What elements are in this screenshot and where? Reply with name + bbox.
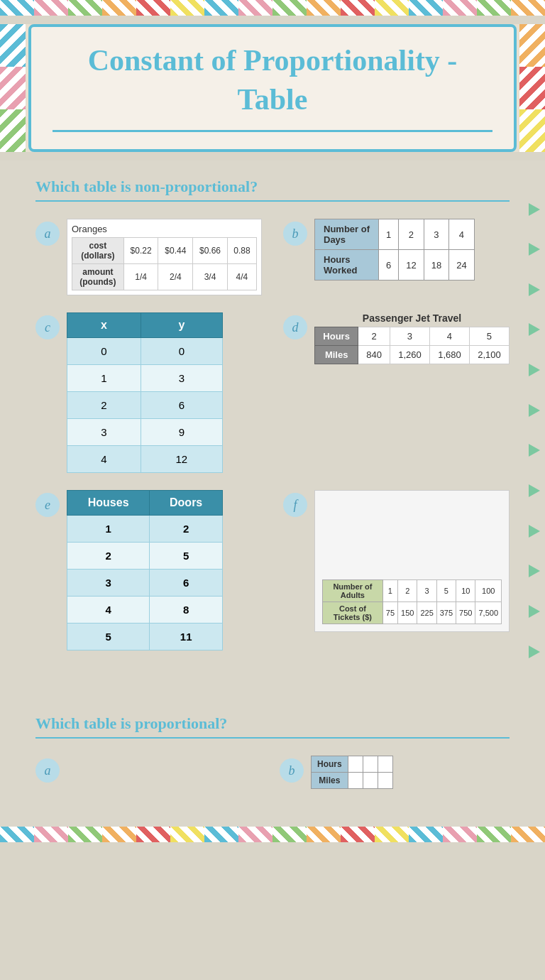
table-cell: 4 xyxy=(67,446,141,473)
table-cell: 3 xyxy=(417,580,436,602)
col-header: cost(dollars) xyxy=(72,238,124,264)
col-header-doors: Doors xyxy=(150,491,223,516)
table-row: 3 9 xyxy=(67,419,223,446)
table-cell: 1 xyxy=(67,516,150,543)
tri-icon xyxy=(529,203,540,216)
table-cell: 9 xyxy=(141,419,222,446)
amusement-wrapper: Amusement Park Ticket Costs Number of Ad… xyxy=(314,490,510,632)
amusement-table: Number of Adults 1 2 3 5 10 100 xyxy=(322,579,502,624)
col-header: Hours xyxy=(315,327,358,346)
option-2a: a xyxy=(35,756,265,798)
table-row: Number ofDays 1 2 3 4 xyxy=(315,219,475,250)
table-cell: 6 xyxy=(379,250,399,281)
option-a: a Oranges cost(dollars) $0.22 $0.44 $0.6… xyxy=(35,219,262,295)
option-e: e Houses Doors 1 2 xyxy=(35,490,262,650)
table-c: x y 0 0 1 3 2 xyxy=(67,312,223,473)
table-cell: 4 xyxy=(67,597,150,624)
table-cell: 24 xyxy=(449,250,474,281)
table-cell: 5 xyxy=(469,327,509,346)
col-header-y: y xyxy=(141,313,222,338)
table-row: Houses Doors xyxy=(67,491,223,516)
question2-title: Which table is proportional? xyxy=(35,714,510,733)
table-cell: 840 xyxy=(358,346,390,364)
option-label-a: a xyxy=(35,222,60,246)
top-stripe-bar xyxy=(0,0,545,16)
col-header: Hours xyxy=(312,756,348,773)
table-row: x y xyxy=(67,313,223,338)
table-cell: 6 xyxy=(141,392,222,419)
option-label-b: b xyxy=(283,222,307,246)
table-cell: 100 xyxy=(475,580,502,602)
table-cell: 750 xyxy=(456,602,475,624)
option-b: b Number ofDays 1 2 3 4 HoursWorked xyxy=(283,219,510,295)
table-cell: 225 xyxy=(417,602,436,624)
table-cell: 5 xyxy=(436,580,456,602)
table-cell: 0 xyxy=(67,338,141,365)
main-content: Which table is non-proportional? a Orang… xyxy=(0,160,545,700)
option-label-2a: a xyxy=(35,758,60,783)
option-label-d: d xyxy=(283,315,307,339)
table-cell: 2,100 xyxy=(469,346,509,364)
table-f-container: Amusement Park Ticket Costs Number of Ad… xyxy=(314,490,510,632)
jet-wrapper: Passenger Jet Travel Hours 2 3 4 5 xyxy=(314,312,510,364)
table-cell: 0 xyxy=(141,338,222,365)
table-row: amount(pounds) 1/4 2/4 3/4 4/4 xyxy=(72,264,257,290)
tri-icon xyxy=(529,484,540,497)
table-cell xyxy=(348,773,363,789)
table-row: Cost of Tickets ($) 75 150 225 375 750 7… xyxy=(323,602,502,624)
table-row: 1 3 xyxy=(67,365,223,392)
table-row: 2 5 xyxy=(67,543,223,570)
table-cell: 12 xyxy=(399,250,424,281)
table-row: Miles xyxy=(312,773,393,789)
table-row: 5 11 xyxy=(67,624,223,650)
table-2b-container: Hours Miles xyxy=(311,756,510,789)
col-header: Miles xyxy=(315,346,358,364)
table-d-container: Passenger Jet Travel Hours 2 3 4 5 xyxy=(314,312,510,364)
table-a-container: Oranges cost(dollars) $0.22 $0.44 $0.66 … xyxy=(67,219,262,295)
tri-icon xyxy=(529,364,540,376)
tri-icon xyxy=(529,283,540,296)
options-grid-1: a Oranges cost(dollars) $0.22 $0.44 $0.6… xyxy=(35,219,510,650)
table-cell: 1 xyxy=(382,580,397,602)
table-row: 4 8 xyxy=(67,597,223,624)
table-cell: 5 xyxy=(67,624,150,650)
col-header-x: x xyxy=(67,313,141,338)
table-cell: 3 xyxy=(67,570,150,597)
options-grid-2: a b Hours Miles xyxy=(35,756,510,798)
oranges-table-wrap: Oranges cost(dollars) $0.22 $0.44 $0.66 … xyxy=(67,219,262,295)
table-cell xyxy=(363,773,378,789)
table-row: 3 6 xyxy=(67,570,223,597)
section-divider xyxy=(35,200,510,202)
left-stripe-deco xyxy=(0,24,26,152)
option-label-c: c xyxy=(35,315,60,339)
table-cell: 8 xyxy=(150,597,223,624)
table-cell: 150 xyxy=(398,602,417,624)
tri-icon xyxy=(529,404,540,417)
tri-icon xyxy=(529,444,540,457)
page-title: Constant of Proportionality - Table xyxy=(53,41,492,119)
table-cell: 3/4 xyxy=(193,264,228,290)
table-cell: 1,260 xyxy=(390,346,429,364)
table-row: 1 2 xyxy=(67,516,223,543)
table-b: Number ofDays 1 2 3 4 HoursWorked 6 12 1… xyxy=(314,219,475,281)
bottom-stripe-bar xyxy=(0,827,545,842)
right-side-triangles xyxy=(524,160,545,700)
table-cell: 5 xyxy=(150,543,223,570)
table-cell xyxy=(378,756,392,773)
oranges-title: Oranges xyxy=(72,224,257,234)
jet-table: Hours 2 3 4 5 Miles 840 1,260 1,680 xyxy=(314,327,510,364)
table-cell: 2 xyxy=(67,392,141,419)
option-f: f Amusement Park Ticket Costs Number of … xyxy=(283,490,510,650)
table-cell: 0.88 xyxy=(227,238,256,264)
bottom-section: Which table is proportional? a b Hours xyxy=(0,700,545,827)
table-cell: 1/4 xyxy=(123,264,158,290)
tri-icon xyxy=(529,605,540,618)
option-c: c x y 0 0 1 xyxy=(35,312,262,473)
table-2b: Hours Miles xyxy=(311,756,393,789)
table-cell xyxy=(348,756,363,773)
table-cell: $0.66 xyxy=(193,238,228,264)
table-cell: 4 xyxy=(429,327,469,346)
table-cell xyxy=(363,756,378,773)
table-cell: 3 xyxy=(141,365,222,392)
table-e-container: Houses Doors 1 2 2 5 xyxy=(67,490,262,650)
